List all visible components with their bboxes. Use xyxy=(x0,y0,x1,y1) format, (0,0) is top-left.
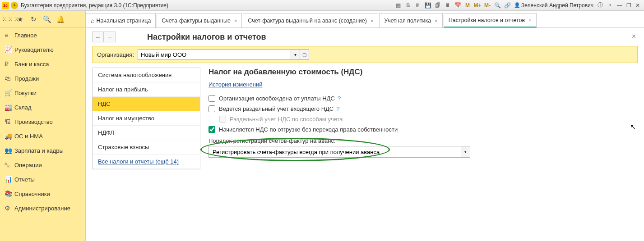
sidebar-item-icon: ⚙ xyxy=(5,205,14,212)
settings-panel: Налог на добавленную стоимость (НДС) Ист… xyxy=(200,68,638,169)
window-close-button[interactable]: ✕ xyxy=(633,2,642,9)
sidebar-item-icon: ᴬₖ xyxy=(5,161,14,168)
toolbar-mplus-button[interactable]: M+ xyxy=(473,1,482,9)
sidebar-item-label: Склад xyxy=(14,104,32,111)
sidebar-item-1[interactable]: 📈Руководителю xyxy=(0,42,85,57)
check-input-3[interactable] xyxy=(208,126,215,133)
tab-label: Счета-фактуры выданные xyxy=(162,18,230,24)
app-title: Бухгалтерия предприятия, редакция 3.0 (1… xyxy=(21,2,168,9)
sidebar-item-icon: 🏗 xyxy=(5,118,14,125)
sidebar-item-8[interactable]: 👥Зарплата и кадры xyxy=(0,143,85,158)
tab-3[interactable]: Учетная политика× xyxy=(379,13,442,27)
history-link[interactable]: История изменений xyxy=(208,81,263,88)
app-menu-dropdown[interactable]: ▾ xyxy=(11,2,18,9)
help-icon[interactable]: ? xyxy=(338,95,341,102)
sidebar-item-label: Руководителю xyxy=(14,46,54,53)
tab-1[interactable]: Счета-фактуры выданные× xyxy=(157,13,242,27)
sidebar-item-icon: 🚚 xyxy=(5,132,14,140)
nav-forward-button[interactable]: → xyxy=(104,32,116,42)
sidebar-item-label: Операции xyxy=(14,162,42,168)
window-restore-button[interactable]: ❐ xyxy=(624,2,633,9)
sidebar-item-11[interactable]: 📚Справочники xyxy=(0,186,85,201)
check-label: Начисляется НДС по отгрузке без перехода… xyxy=(219,126,398,133)
tab-close-icon[interactable]: × xyxy=(435,18,437,23)
sidebar-item-label: ОС и НМА xyxy=(14,133,43,140)
sidebar-item-label: Справочники xyxy=(14,191,50,197)
sidebar-item-label: Банк и касса xyxy=(14,61,49,68)
settings-nav-item-4[interactable]: НДФЛ xyxy=(93,126,200,140)
panel-title: Налог на добавленную стоимость (НДС) xyxy=(208,68,630,77)
toolbar-grid-icon[interactable]: ▦ xyxy=(394,1,402,9)
sidebar-item-3[interactable]: 🛍Продажи xyxy=(0,71,85,86)
settings-nav-item-6[interactable]: Все налоги и отчеты (ещё 14) xyxy=(93,155,200,169)
sidebar-item-icon: 📈 xyxy=(5,46,14,53)
tab-2[interactable]: Счет-фактура выданный на аванс (создание… xyxy=(243,13,378,27)
toolbar-print-icon[interactable]: 🖶 xyxy=(404,1,412,9)
tab-4[interactable]: Настройки налогов и отчетов× xyxy=(444,13,537,27)
invoice-order-dropdown-button[interactable]: ▾ xyxy=(461,146,470,158)
tab-close-icon[interactable]: × xyxy=(234,18,237,23)
settings-nav-item-0[interactable]: Система налогообложения xyxy=(93,68,200,82)
check-input-0[interactable] xyxy=(208,95,215,102)
check-label: Организация освобождена от уплаты НДС xyxy=(219,95,335,102)
check-row-2: Раздельный учет НДС по способам учета xyxy=(219,116,630,123)
sidebar-item-label: Администрирование xyxy=(14,205,70,212)
toolbar-copy-icon[interactable]: 🗐 xyxy=(434,1,442,9)
sidebar-item-icon: ≡ xyxy=(5,32,14,39)
search-icon[interactable]: 🔍 xyxy=(42,15,51,23)
organization-open-button[interactable]: ▢ xyxy=(300,49,309,60)
settings-nav-item-1[interactable]: Налог на прибыль xyxy=(93,82,200,97)
tab-label: Настройки налогов и отчетов xyxy=(449,17,525,23)
window-minimize-button[interactable]: — xyxy=(615,2,624,9)
settings-nav-item-2[interactable]: НДС xyxy=(93,97,200,111)
sidebar-item-9[interactable]: ᴬₖОперации xyxy=(0,158,85,172)
check-input-1[interactable] xyxy=(208,105,215,112)
sidebar-item-10[interactable]: 📊Отчеты xyxy=(0,172,85,186)
toolbar-doc-icon[interactable]: 🗎 xyxy=(414,1,422,9)
tab-0[interactable]: Начальная страница xyxy=(86,13,156,27)
apps-icon[interactable]: ⁙⁙⁙ xyxy=(2,15,11,23)
check-input-2 xyxy=(219,116,226,123)
notifications-icon[interactable]: 🔔 xyxy=(56,15,65,23)
tab-close-icon[interactable]: × xyxy=(371,18,373,23)
sidebar-item-icon: 📊 xyxy=(5,176,14,183)
close-page-button[interactable]: × xyxy=(632,32,636,41)
content-header: ← → Настройки налогов и отчетов × xyxy=(92,32,638,42)
app-logo-icon: 1c xyxy=(2,2,9,9)
toolbar-link-icon[interactable]: 🔗 xyxy=(503,1,511,9)
toolbar-info-dropdown-icon[interactable]: ▾ xyxy=(606,1,614,9)
favorites-icon[interactable]: ★ xyxy=(15,15,24,23)
sidebar-item-2[interactable]: ₽Банк и касса xyxy=(0,57,85,71)
toolbar-save-icon[interactable]: 💾 xyxy=(424,1,432,9)
organization-input[interactable] xyxy=(138,49,291,60)
history-icon[interactable]: ↻ xyxy=(29,15,38,23)
invoice-order-select[interactable] xyxy=(208,146,461,158)
tab-close-icon[interactable]: × xyxy=(528,18,531,23)
settings-nav-item-3[interactable]: Налог на имущество xyxy=(93,111,200,126)
current-user[interactable]: Зеленский Андрей Петрович xyxy=(514,2,593,9)
toolbar-calendar-icon[interactable]: 📅 xyxy=(454,1,462,9)
organization-dropdown-button[interactable]: ▾ xyxy=(291,49,300,60)
organization-bar: Организация: ▾ ▢ xyxy=(92,46,638,63)
content-area: ← → Настройки налогов и отчетов × Органи… xyxy=(86,28,644,241)
toolbar-mminus-button[interactable]: M- xyxy=(483,1,491,9)
toolbar-m-button[interactable]: M xyxy=(463,1,472,9)
nav-back-button[interactable]: ← xyxy=(92,32,104,42)
sidebar-item-4[interactable]: 🛒Покупки xyxy=(0,86,85,100)
organization-label: Организация: xyxy=(97,51,134,58)
check-row-1: Ведется раздельный учет входящего НДС? xyxy=(208,105,630,112)
tab-label: Счет-фактура выданный на аванс (создание… xyxy=(248,18,367,24)
sidebar-item-0[interactable]: ≡Главное xyxy=(0,28,85,42)
sidebar-item-7[interactable]: 🚚ОС и НМА xyxy=(0,129,85,143)
help-icon[interactable]: ? xyxy=(336,105,339,112)
toolbar-zoom-icon[interactable]: 🔍 xyxy=(493,1,501,9)
sidebar-item-12[interactable]: ⚙Администрирование xyxy=(0,201,85,215)
toolbar-calc-icon[interactable]: 🖩 xyxy=(444,1,452,9)
settings-nav-item-5[interactable]: Страховые взносы xyxy=(93,140,200,155)
sidebar-item-6[interactable]: 🏗Производство xyxy=(0,114,85,129)
sidebar-item-icon: 🛒 xyxy=(5,89,14,96)
check-row-0: Организация освобождена от уплаты НДС? xyxy=(208,95,630,102)
sidebar-item-5[interactable]: 🏭Склад xyxy=(0,100,85,114)
settings-nav: Система налогообложенияНалог на прибыльН… xyxy=(92,68,200,169)
toolbar-info-icon[interactable]: ⓘ xyxy=(596,1,604,9)
